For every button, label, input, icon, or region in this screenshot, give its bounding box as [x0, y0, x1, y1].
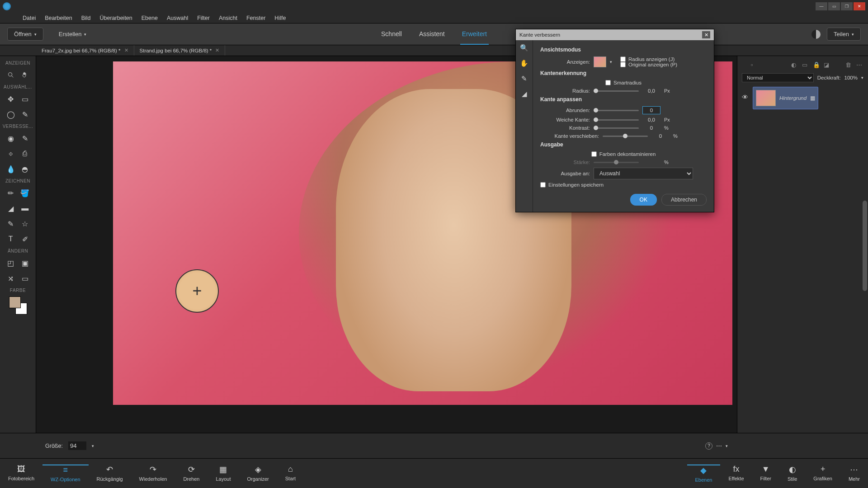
quick-select-tool[interactable]: ✎: [19, 108, 31, 120]
dlg-zoom-icon[interactable]: 🔍: [520, 44, 528, 52]
bottom-item-layout[interactable]: ▦Layout: [208, 465, 239, 482]
maximize-button[interactable]: ▭: [828, 2, 840, 10]
menu-filter[interactable]: Filter: [193, 15, 214, 21]
bottom-item-organizer[interactable]: ◈Organizer: [239, 465, 277, 482]
menu-enhance[interactable]: Überarbeiten: [95, 15, 137, 21]
sponge-tool[interactable]: ◓: [19, 163, 31, 175]
tab-assist[interactable]: Assistent: [417, 24, 447, 45]
gradient-tool[interactable]: ▬: [19, 202, 31, 214]
trash-icon[interactable]: 🗑: [845, 61, 853, 69]
crop-tool[interactable]: ◰: [5, 257, 17, 269]
move-tool[interactable]: ✥: [5, 93, 17, 105]
radius-slider[interactable]: [594, 90, 639, 92]
lasso-tool[interactable]: ◯: [5, 108, 17, 120]
blend-mode-select[interactable]: Normal: [742, 73, 814, 82]
show-original-checkbox[interactable]: Original anzeigen (P): [620, 62, 677, 67]
help-icon[interactable]: ?: [705, 442, 712, 450]
bottom-item-wiederholen[interactable]: ↷Wiederholen: [131, 465, 175, 482]
contrast-slider[interactable]: [594, 127, 639, 129]
bottom-item-fotobereich[interactable]: 🖼Fotobereich: [0, 465, 42, 481]
recompose-tool[interactable]: ▣: [19, 257, 31, 269]
cancel-button[interactable]: Abbrechen: [661, 194, 707, 206]
vertical-scrollbar[interactable]: [863, 201, 867, 291]
eyedropper-tool[interactable]: ✎: [5, 218, 17, 230]
redeye-tool[interactable]: ◉: [5, 132, 17, 144]
pencil-tool[interactable]: ✐: [19, 233, 31, 245]
zoom-tool[interactable]: [5, 69, 17, 81]
tab-quick[interactable]: Schnell: [379, 24, 404, 45]
remember-checkbox[interactable]: Einstellungen speichern: [540, 182, 604, 188]
restore-button[interactable]: ❐: [841, 2, 853, 10]
output-select[interactable]: Auswahl: [594, 168, 693, 179]
visibility-icon[interactable]: 👁: [742, 94, 748, 101]
close-icon[interactable]: ✕: [124, 47, 128, 53]
bottom-item-ebenen[interactable]: ◆Ebenen: [687, 465, 721, 483]
feather-slider[interactable]: [594, 119, 639, 121]
bottom-item-grafiken[interactable]: +Grafiken: [805, 465, 840, 481]
view-thumbnail[interactable]: [594, 56, 606, 67]
dlg-hand-icon[interactable]: ✋: [520, 59, 528, 67]
menu-image[interactable]: Bild: [77, 15, 95, 21]
lock-icon[interactable]: ▦: [810, 95, 815, 101]
smart-radius-checkbox[interactable]: Smartradius: [605, 80, 642, 85]
shuffle-tool[interactable]: ⤨: [5, 272, 17, 284]
bottom-item-stile[interactable]: ◐Stile: [779, 465, 805, 482]
dialog-titlebar[interactable]: Kante verbessern ✕: [516, 29, 714, 40]
theme-toggle-icon[interactable]: [811, 30, 821, 39]
bottom-item-rückgängig[interactable]: ↶Rückgängig: [89, 465, 131, 482]
shape-tool[interactable]: ☆: [19, 218, 31, 230]
close-button[interactable]: ✕: [854, 2, 865, 10]
bottom-item-wz-optionen[interactable]: ≡WZ-Optionen: [42, 465, 88, 482]
dialog-close-icon[interactable]: ✕: [702, 31, 710, 38]
menu-select[interactable]: Auswahl: [162, 15, 193, 21]
doc-tab-1[interactable]: Strand.jpg bei 66,7% (RGB/8) *✕: [134, 45, 226, 56]
bottom-item-mehr[interactable]: ⋯Mehr: [840, 465, 868, 482]
show-radius-checkbox[interactable]: Radius anzeigen (J): [620, 56, 677, 62]
size-input[interactable]: [68, 441, 86, 450]
fx-icon[interactable]: ◐: [791, 61, 798, 69]
decontaminate-checkbox[interactable]: Farben dekontaminieren: [591, 151, 656, 157]
text-tool[interactable]: T: [5, 233, 17, 245]
menu-icon[interactable]: ⋯: [856, 61, 863, 69]
bottom-item-filter[interactable]: ▼Filter: [752, 465, 779, 481]
open-button[interactable]: Öffnen▾: [7, 28, 43, 41]
shift-slider[interactable]: [603, 136, 648, 137]
dlg-erase-icon[interactable]: ◢: [522, 90, 527, 98]
tab-advanced[interactable]: Erweitert: [460, 24, 489, 45]
bucket-tool[interactable]: 🪣: [19, 187, 31, 199]
more-icon[interactable]: ⋯: [716, 442, 722, 449]
menu-help[interactable]: Hilfe: [270, 15, 290, 21]
color-swatch[interactable]: [9, 296, 27, 314]
link-icon[interactable]: 🔒: [813, 61, 820, 69]
bottom-item-drehen[interactable]: ⟳Drehen: [175, 465, 208, 482]
menu-edit[interactable]: Bearbeiten: [40, 15, 76, 21]
clone-tool[interactable]: ⟐: [5, 148, 17, 160]
menu-layer[interactable]: Ebene: [137, 15, 162, 21]
bottom-item-effekte[interactable]: fxEffekte: [720, 465, 752, 481]
create-button[interactable]: Erstellen▾: [52, 28, 93, 40]
dlg-brush-icon[interactable]: ✎: [521, 75, 527, 83]
bottom-item-start[interactable]: ⌂Start: [277, 465, 304, 481]
menu-view[interactable]: Ansicht: [214, 15, 242, 21]
close-icon[interactable]: ✕: [215, 47, 219, 53]
layer-item[interactable]: Hintergrund ▦: [753, 87, 818, 109]
stamp-tool[interactable]: ⎙: [19, 148, 31, 160]
brush-tool[interactable]: ✏: [5, 187, 17, 199]
menu-file[interactable]: Datei: [18, 15, 40, 21]
smooth-value[interactable]: 0: [642, 106, 660, 114]
new-layer-icon[interactable]: ▫: [751, 61, 758, 69]
doc-tab-0[interactable]: Frau7_2x.jpg bei 66,7% (RGB/8) *✕: [36, 45, 134, 56]
adjust-icon[interactable]: ◪: [824, 61, 831, 69]
hand-tool[interactable]: [19, 69, 31, 81]
marquee-tool[interactable]: ▭: [19, 93, 31, 105]
smooth-slider[interactable]: [594, 110, 639, 111]
size-dropdown-icon[interactable]: ▾: [92, 444, 94, 448]
chevron-down-icon[interactable]: ▾: [726, 444, 728, 448]
spot-heal-tool[interactable]: ✎: [19, 132, 31, 144]
minimize-button[interactable]: —: [816, 2, 827, 10]
straighten-tool[interactable]: ▭: [19, 272, 31, 284]
menu-window[interactable]: Fenster: [242, 15, 270, 21]
share-button[interactable]: Teilen▾: [827, 28, 861, 41]
opacity-value[interactable]: 100%: [844, 75, 858, 80]
fill-tool[interactable]: ◢: [5, 202, 17, 214]
